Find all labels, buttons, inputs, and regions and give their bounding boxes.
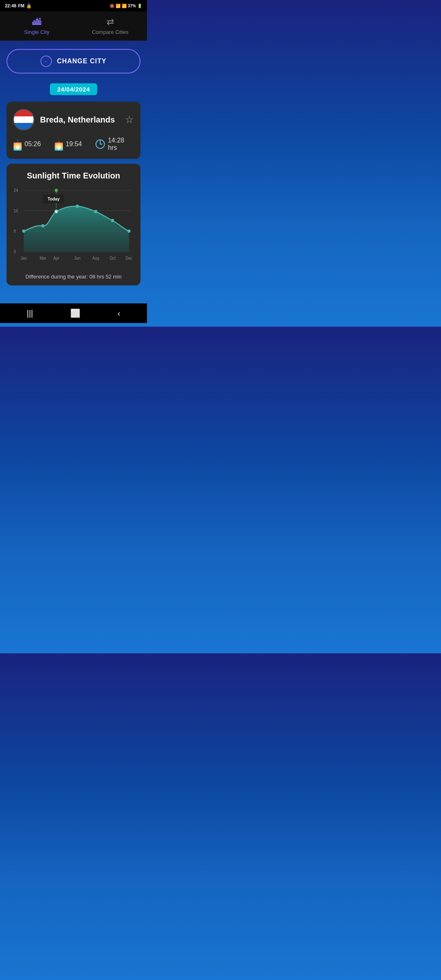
status-right: 🔕 📶 📶 37% 🔋 <box>109 4 142 8</box>
sunset-time: 19:54 <box>66 140 82 148</box>
compare-cities-icon: ⇄ <box>107 17 114 27</box>
svg-text:24: 24 <box>14 188 18 193</box>
chart-footer: Difference during the year: 08 hrs 52 mi… <box>12 274 135 280</box>
date-badge: 24/04/2024 <box>50 83 97 95</box>
back-arrow-icon: ← <box>40 56 52 67</box>
svg-text:Aug: Aug <box>92 256 99 261</box>
chart-title: Sunlight Time Evolution <box>12 171 135 180</box>
city-header: Breda, Netherlands ☆ <box>13 109 134 130</box>
city-card: Breda, Netherlands ☆ ↑ 🌅 05:26 ↓ 🌅 19:54 <box>7 102 140 159</box>
tab-bar: 🏙 Single City ⇄ Compare Cities <box>0 11 147 41</box>
svg-text:Jan: Jan <box>21 256 27 261</box>
svg-text:0: 0 <box>14 249 16 254</box>
svg-point-16 <box>111 219 114 222</box>
sun-info-row: ↑ 🌅 05:26 ↓ 🌅 19:54 14:28 hrs <box>13 137 134 151</box>
main-content: ← CHANGE CITY 24/04/2024 Breda, Netherla… <box>0 41 147 294</box>
signal-icon: 📶 <box>122 4 127 8</box>
recents-button[interactable]: ||| <box>27 309 33 318</box>
svg-point-12 <box>41 224 45 227</box>
change-city-button[interactable]: ← CHANGE CITY <box>7 49 140 74</box>
tab-single-city[interactable]: 🏙 Single City <box>0 13 74 38</box>
battery-text: 37% <box>128 4 136 8</box>
sunrise-time: 05:26 <box>24 140 41 148</box>
fm-icon: FM <box>18 3 24 8</box>
sunrise-icon: ↑ 🌅 <box>13 138 22 150</box>
single-city-icon: 🏙 <box>32 17 41 27</box>
svg-text:8: 8 <box>14 229 16 234</box>
time: 22:48 <box>5 3 16 8</box>
wifi-icon: 📶 <box>116 4 120 8</box>
lock-icon: 🔒 <box>26 3 32 9</box>
status-left: 22:48 FM 🔒 <box>5 3 32 9</box>
svg-point-11 <box>22 229 25 233</box>
chart-svg: 24 16 8 0 <box>12 187 135 269</box>
tab-single-city-label: Single City <box>24 29 49 35</box>
city-name: Breda, Netherlands <box>40 115 119 125</box>
mute-icon: 🔕 <box>109 4 114 8</box>
date-wrapper: 24/04/2024 <box>7 83 140 102</box>
svg-text:Jun: Jun <box>74 256 80 261</box>
flag-blue-stripe <box>14 123 33 129</box>
change-city-label: CHANGE CITY <box>57 58 106 65</box>
clock-icon <box>95 139 105 149</box>
country-flag <box>13 109 34 130</box>
svg-point-15 <box>94 210 98 213</box>
flag-red-stripe <box>14 110 33 116</box>
tab-compare-cities[interactable]: ⇄ Compare Cities <box>74 13 147 38</box>
svg-text:Today: Today <box>47 196 60 201</box>
svg-point-14 <box>76 205 79 208</box>
bottom-nav: ||| ⬜ ‹ <box>0 303 147 323</box>
chart-card: Sunlight Time Evolution 24 16 8 0 <box>7 164 140 285</box>
svg-point-17 <box>127 229 131 233</box>
chart-area: 24 16 8 0 <box>12 187 135 269</box>
daylight-item: 14:28 hrs <box>95 137 134 151</box>
flag-white-stripe <box>14 116 33 123</box>
back-button[interactable]: ‹ <box>118 309 120 318</box>
favorite-star-icon[interactable]: ☆ <box>125 114 134 125</box>
sunrise-item: ↑ 🌅 05:26 <box>13 138 52 150</box>
battery-icon: 🔋 <box>137 4 142 8</box>
status-bar: 22:48 FM 🔒 🔕 📶 📶 37% 🔋 <box>0 0 147 11</box>
svg-text:16: 16 <box>14 209 18 213</box>
svg-text:Oct: Oct <box>109 256 116 261</box>
svg-text:Mar: Mar <box>40 256 47 261</box>
sunset-item: ↓ 🌅 19:54 <box>54 138 93 150</box>
sunset-icon: ↓ 🌅 <box>54 138 63 150</box>
daylight-hours: 14:28 hrs <box>108 137 134 151</box>
svg-point-18 <box>55 189 58 192</box>
svg-text:Dec: Dec <box>126 256 133 261</box>
home-button[interactable]: ⬜ <box>70 308 80 318</box>
tab-compare-cities-label: Compare Cities <box>92 29 129 35</box>
svg-text:Apr: Apr <box>53 256 60 261</box>
